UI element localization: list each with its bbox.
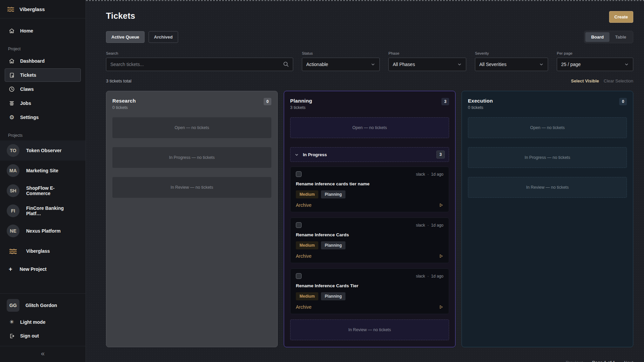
view-board-button[interactable]: Board <box>585 32 609 42</box>
sidebar-collapse-button[interactable]: « <box>41 350 45 357</box>
sidebar-project-nexus[interactable]: NE Nexus Platform <box>0 221 86 241</box>
view-toggle: Board Table <box>584 31 633 43</box>
severity-badge: Medium <box>296 292 318 300</box>
sidebar-item-label: Settings <box>20 115 39 120</box>
chevron-down-icon <box>457 62 462 67</box>
ticket-time: 1d ago <box>431 274 443 279</box>
project-name: FinCore Banking Platf… <box>26 205 79 216</box>
avatar: TO <box>7 144 19 157</box>
column-count: 3 tickets <box>290 105 312 110</box>
archive-link[interactable]: Archive <box>296 253 312 259</box>
home-icon <box>8 28 15 34</box>
ticket-title: Rename Inference Cards <box>296 232 443 237</box>
group-in-progress[interactable]: In Progress 3 <box>290 147 449 162</box>
tab-archived[interactable]: Archived <box>149 31 178 43</box>
sidebar-project-shopflow[interactable]: SH ShopFlow E-Commerce <box>0 181 86 201</box>
avatar: GG <box>7 299 19 312</box>
search-label: Search <box>106 51 293 55</box>
sidebar-item-claws[interactable]: Claws <box>5 82 81 96</box>
play-icon[interactable] <box>439 305 443 309</box>
user-name: Glitch Gordon <box>25 303 57 308</box>
page-indicator: Page 1 of 1 <box>592 360 615 362</box>
page-title: Tickets <box>106 11 135 21</box>
user-profile[interactable]: GG Glitch Gordon <box>0 294 86 315</box>
ticket-card[interactable]: slack · 1d ago Rename Inference Cards Me… <box>290 218 449 263</box>
sidebar-project-viberglass[interactable]: Viberglass <box>0 241 86 261</box>
chevron-down-icon <box>539 62 544 67</box>
sidebar-project-fincore[interactable]: FI FinCore Banking Platf… <box>0 201 86 221</box>
light-mode-toggle[interactable]: ✳ Light mode <box>5 315 81 329</box>
sidebar-project-marketing-site[interactable]: MA Marketing Site <box>0 161 86 181</box>
sidebar-project-token-observer[interactable]: TO Token Observer <box>0 140 86 161</box>
per-page-value: 25 / page <box>561 62 581 67</box>
queue-tabs: Active Queue Archived <box>106 31 178 43</box>
sidebar-item-jobs[interactable]: Jobs <box>5 97 81 110</box>
sidebar-item-label: Claws <box>20 86 34 92</box>
phase-label: Phase <box>388 51 466 55</box>
per-page-select[interactable]: 25 / page <box>557 58 633 71</box>
new-project-label: New Project <box>20 266 47 272</box>
ticket-checkbox[interactable] <box>296 222 302 228</box>
section-label-projects: Projects <box>0 133 86 138</box>
play-icon[interactable] <box>439 203 443 207</box>
lane-open-empty: Open — no tickets <box>112 117 271 138</box>
lane-in-review-empty: In Review — no tickets <box>468 177 627 198</box>
ticket-card[interactable]: slack · 1d ago Rename Inference Cards Ti… <box>290 268 449 314</box>
clock-icon <box>8 86 15 92</box>
ticket-card[interactable]: slack · 1d ago Rename inference cards ti… <box>290 167 449 212</box>
ticket-checkbox[interactable] <box>296 273 302 279</box>
column-execution: Execution 0 tickets 0 Open — no tickets … <box>462 91 633 347</box>
column-count: 0 tickets <box>468 105 493 110</box>
avatar: FI <box>7 204 19 217</box>
severity-label: Severity <box>475 51 548 55</box>
column-title: Planning <box>290 98 312 104</box>
tickets-total: 3 tickets total <box>106 78 131 83</box>
archive-link[interactable]: Archive <box>296 202 312 208</box>
ticket-icon <box>8 72 15 78</box>
chevron-down-icon <box>624 62 629 67</box>
select-visible-link[interactable]: Select Visible <box>571 78 599 83</box>
column-count: 0 tickets <box>112 105 136 110</box>
light-mode-label: Light mode <box>20 319 45 325</box>
lane-in-review-empty: In Review — no tickets <box>112 177 271 198</box>
next-page-button[interactable]: Next <box>624 360 633 362</box>
new-project-button[interactable]: + New Project <box>0 261 86 277</box>
clear-selection-link[interactable]: Clear Selection <box>604 78 633 83</box>
tab-active-queue[interactable]: Active Queue <box>106 31 145 43</box>
sidebar-item-settings[interactable]: ⚙ Settings <box>5 111 81 124</box>
app-logo-row[interactable]: Viberglass <box>0 0 86 18</box>
play-icon[interactable] <box>439 254 443 258</box>
sun-icon: ✳ <box>8 319 15 325</box>
severity-badge: Medium <box>296 190 318 198</box>
column-badge: 0 <box>264 98 271 105</box>
meta-separator: · <box>427 172 429 177</box>
ticket-checkbox[interactable] <box>296 171 302 177</box>
meta-separator: · <box>427 223 429 228</box>
sidebar-item-dashboard[interactable]: Dashboard <box>5 54 81 68</box>
waves-icon <box>7 5 15 13</box>
column-badge: 3 <box>441 98 449 105</box>
column-research: Research 0 tickets 0 Open — no tickets I… <box>106 91 278 347</box>
search-input[interactable] <box>106 58 293 71</box>
view-table-button[interactable]: Table <box>609 32 632 42</box>
archive-link[interactable]: Archive <box>296 304 312 310</box>
previous-page-button[interactable]: Previous <box>566 360 584 362</box>
column-badge: 0 <box>619 98 627 105</box>
main-content: Tickets Create Active Queue Archived Boa… <box>86 0 644 362</box>
lane-in-progress-empty: In Progress — no tickets <box>112 147 271 168</box>
ticket-source: slack <box>416 223 425 228</box>
per-page-label: Per page <box>557 51 633 55</box>
project-name: ShopFlow E-Commerce <box>26 185 79 196</box>
sidebar: Viberglass Home Project Dashboard Ticket… <box>0 0 86 362</box>
sign-out-button[interactable]: Sign out <box>5 329 81 343</box>
create-button[interactable]: Create <box>609 11 633 23</box>
status-select[interactable]: Actionable <box>302 58 380 71</box>
sidebar-item-home[interactable]: Home <box>5 24 81 38</box>
chevron-down-icon <box>294 153 299 157</box>
severity-select[interactable]: All Severities <box>475 58 548 71</box>
column-title: Research <box>112 98 136 104</box>
phase-select[interactable]: All Phases <box>388 58 466 71</box>
home-icon <box>8 58 15 64</box>
kanban-board: Research 0 tickets 0 Open — no tickets I… <box>106 91 633 347</box>
sidebar-item-tickets[interactable]: Tickets <box>5 68 81 82</box>
